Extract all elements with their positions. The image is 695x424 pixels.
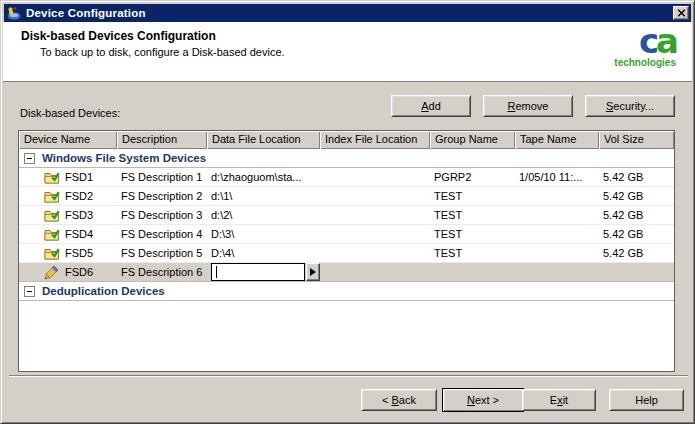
index-file-location-cell [320, 263, 430, 281]
group-name-cell: TEST [430, 244, 515, 262]
group-row-windows-file-system-devices[interactable]: Windows File System Devices [19, 149, 674, 168]
device-row-fsd4[interactable]: FSD4FS Description 4D:\3\TEST5.42 GB [19, 225, 674, 244]
device-configuration-window: Device Configuration Disk-based Devices … [0, 0, 695, 424]
page-title: Disk-based Devices Configuration [21, 29, 216, 43]
security-button[interactable]: Security... [585, 95, 675, 117]
help-button[interactable]: Help [609, 389, 684, 411]
group-name-cell: TEST [430, 187, 515, 205]
description-cell: FS Description 2 [117, 187, 207, 205]
device-row-fsd3[interactable]: FSD3FS Description 3d:\2\TEST5.42 GB [19, 206, 674, 225]
tape-name-cell [515, 244, 599, 262]
device-name: FSD3 [65, 209, 93, 221]
index-file-location-cell [320, 168, 430, 186]
vol-size-cell: 5.42 GB [599, 206, 674, 224]
data-file-location-cell: d:\1\ [207, 187, 320, 205]
collapse-minus-icon[interactable] [24, 286, 35, 297]
tape-name-cell [515, 225, 599, 243]
device-name: FSD6 [65, 266, 93, 278]
description-cell: FS Description 3 [117, 206, 207, 224]
text-caret [216, 266, 217, 278]
device-folder-check-icon [44, 189, 60, 204]
header: Disk-based Devices Configuration To back… [3, 22, 692, 82]
exit-button[interactable]: Exit [522, 389, 596, 411]
browse-arrow-button[interactable] [306, 263, 320, 281]
titlebar: Device Configuration [4, 4, 691, 22]
group-name-cell [430, 263, 515, 281]
window-title: Device Configuration [26, 7, 673, 19]
devices-table[interactable]: Device NameDescriptionData File Location… [18, 130, 675, 372]
close-button[interactable] [673, 6, 689, 20]
app-icon [6, 6, 22, 21]
device-folder-check-icon [44, 246, 60, 261]
remove-button[interactable]: Remove [483, 95, 573, 117]
vol-size-cell: 5.42 GB [599, 168, 674, 186]
tape-name-cell [515, 206, 599, 224]
device-name-cell: FSD4 [19, 225, 117, 243]
add-button[interactable]: Add [391, 95, 471, 117]
collapse-minus-icon[interactable] [24, 153, 35, 164]
vol-size-cell: 5.42 GB [599, 244, 674, 262]
device-folder-check-icon [44, 208, 60, 223]
device-name-cell: FSD3 [19, 206, 117, 224]
device-name: FSD4 [65, 228, 93, 240]
group-name-cell: PGRP2 [430, 168, 515, 186]
device-name: FSD1 [65, 171, 93, 183]
tape-name-cell: 1/05/10 11:... [515, 168, 599, 186]
group-name-cell: TEST [430, 206, 515, 224]
index-file-location-cell [320, 244, 430, 262]
data-file-location-cell: D:\4\ [207, 244, 320, 262]
column-header-device-name[interactable]: Device Name [19, 131, 117, 149]
devices-table-header: Device NameDescriptionData File Location… [19, 131, 674, 149]
device-name-cell: FSD5 [19, 244, 117, 262]
ca-technologies-logo: ca technologies [614, 24, 676, 68]
pencil-edit-icon [44, 265, 60, 280]
column-header-group-name[interactable]: Group Name [430, 131, 515, 149]
device-folder-check-icon [44, 246, 60, 261]
device-row-fsd1[interactable]: FSD1FS Description 1d:\zhaoguom\sta...PG… [19, 168, 674, 187]
column-header-index-file-location[interactable]: Index File Location [320, 131, 430, 149]
column-header-tape-name[interactable]: Tape Name [515, 131, 599, 149]
device-row-fsd2[interactable]: FSD2FS Description 2d:\1\TEST5.42 GB [19, 187, 674, 206]
group-label: Windows File System Devices [42, 152, 206, 164]
column-header-vol-size[interactable]: Vol Size [599, 131, 674, 149]
device-name: FSD2 [65, 190, 93, 202]
group-label: Deduplication Devices [42, 285, 165, 297]
data-file-location-cell: d:\zhaoguom\sta... [207, 168, 320, 186]
device-name: FSD5 [65, 247, 93, 259]
device-row-fsd5[interactable]: FSD5FS Description 5D:\4\TEST5.42 GB [19, 244, 674, 263]
close-icon [677, 9, 686, 17]
disk-based-devices-label: Disk-based Devices: [20, 107, 120, 119]
right-triangle-icon [310, 268, 316, 276]
column-header-description[interactable]: Description [117, 131, 207, 149]
device-row-fsd6[interactable]: FSD6FS Description 6 [19, 263, 674, 282]
device-folder-check-icon [44, 170, 60, 185]
group-name-cell: TEST [430, 225, 515, 243]
device-folder-check-icon [44, 170, 60, 185]
column-header-data-file-location[interactable]: Data File Location [207, 131, 320, 149]
data-file-location-cell [207, 263, 320, 281]
device-name-cell: FSD2 [19, 187, 117, 205]
data-file-location-editbox [211, 263, 305, 281]
vol-size-cell: 5.42 GB [599, 187, 674, 205]
device-folder-check-icon [44, 208, 60, 223]
description-cell: FS Description 1 [117, 168, 207, 186]
index-file-location-cell [320, 187, 430, 205]
index-file-location-cell [320, 206, 430, 224]
pencil-edit-icon [44, 265, 59, 280]
devices-table-body: Windows File System DevicesFSD1FS Descri… [19, 149, 674, 301]
footer-separator [9, 375, 688, 377]
device-folder-check-icon [44, 227, 60, 242]
data-file-location-cell: D:\3\ [207, 225, 320, 243]
index-file-location-cell [320, 225, 430, 243]
data-file-location-input[interactable] [213, 265, 303, 279]
device-name-cell: FSD6 [19, 263, 117, 281]
description-cell: FS Description 4 [117, 225, 207, 243]
description-cell: FS Description 5 [117, 244, 207, 262]
group-row-deduplication-devices[interactable]: Deduplication Devices [19, 282, 674, 301]
data-file-location-cell: d:\2\ [207, 206, 320, 224]
tape-name-cell [515, 187, 599, 205]
vol-size-cell: 5.42 GB [599, 225, 674, 243]
back-button[interactable]: < Back [361, 389, 437, 411]
device-name-cell: FSD1 [19, 168, 117, 186]
next-button[interactable]: Next > [442, 388, 524, 412]
